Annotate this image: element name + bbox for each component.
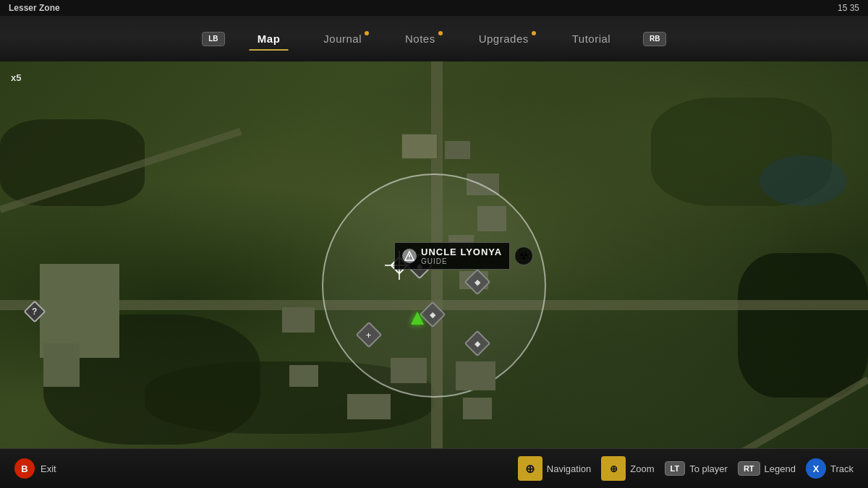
detection-circle: [322, 174, 546, 398]
b-button[interactable]: B: [14, 458, 35, 479]
exit-label: Exit: [41, 463, 56, 474]
rt-button[interactable]: RT: [738, 461, 760, 476]
zone-label: Lesser Zone: [9, 3, 60, 13]
building-lower-6: [347, 394, 391, 419]
time-display: 15 35: [838, 3, 859, 13]
building-lower-1: [282, 307, 315, 333]
legend-control: RT Legend: [738, 461, 796, 476]
map-background: x5 ? ◆ ◆ ◆ + ◆: [0, 61, 868, 455]
building-lower-4: [456, 361, 495, 390]
lt-button[interactable]: LT: [665, 461, 686, 476]
tab-map[interactable]: Map: [236, 27, 302, 51]
npc-biohazard-icon: ☢: [514, 247, 533, 265]
right-controls: ⊕ Navigation ⊕ Zoom LT To player RT Lege…: [518, 456, 854, 481]
npc-icon: [402, 249, 417, 263]
to-player-label: To player: [689, 463, 728, 474]
track-control: X Track: [806, 458, 854, 479]
exit-control: B Exit: [14, 458, 56, 479]
track-label: Track: [830, 463, 854, 474]
map-container: x5 ? ◆ ◆ ◆ + ◆: [0, 61, 868, 455]
tab-journal[interactable]: Journal: [302, 27, 383, 51]
building-left-2: [43, 343, 80, 387]
water-body: [760, 155, 846, 206]
navigation-control: ⊕ Navigation: [518, 456, 591, 481]
upgrades-dot: [532, 31, 536, 35]
lb-button[interactable]: LB: [202, 32, 225, 46]
player-marker: [411, 312, 424, 325]
building-1: [401, 134, 438, 159]
nav-tabs: LB Map Journal Notes Upgrades Tutorial R…: [0, 16, 868, 61]
system-bar: Lesser Zone 15 35: [0, 0, 868, 16]
journal-dot: [365, 31, 369, 35]
to-player-control: LT To player: [665, 461, 728, 476]
tab-tutorial[interactable]: Tutorial: [550, 27, 632, 51]
rb-button[interactable]: RB: [643, 32, 666, 46]
npc-name: UNCLE LYONYA: [421, 247, 502, 257]
building-lower-2: [289, 365, 318, 387]
svg-point-2: [409, 258, 410, 260]
dpad-zoom-icon[interactable]: ⊕: [601, 456, 626, 481]
npc-role: GUIDE: [421, 257, 502, 265]
tab-upgrades[interactable]: Upgrades: [457, 27, 550, 51]
tab-notes[interactable]: Notes: [383, 27, 457, 51]
x-button[interactable]: X: [806, 458, 826, 479]
scale-indicator: x5: [11, 72, 21, 83]
zoom-label: Zoom: [630, 463, 654, 474]
bottom-bar: B Exit ⊕ Navigation ⊕ Zoom LT To player …: [0, 448, 868, 488]
navigation-label: Navigation: [547, 463, 591, 474]
npc-tooltip[interactable]: UNCLE LYONYA GUIDE ☢: [394, 242, 533, 270]
dpad-icon[interactable]: ⊕: [518, 456, 542, 481]
zoom-control: ⊕ Zoom: [601, 456, 654, 481]
top-bar: Lesser Zone 15 35 LB Map Journal Notes U…: [0, 0, 868, 61]
building-lower-5: [463, 398, 492, 419]
npc-info-box: UNCLE LYONYA GUIDE: [394, 242, 510, 270]
legend-label: Legend: [765, 463, 796, 474]
building-2: [445, 141, 470, 159]
building-lower-3: [391, 358, 427, 383]
notes-dot: [438, 31, 443, 35]
